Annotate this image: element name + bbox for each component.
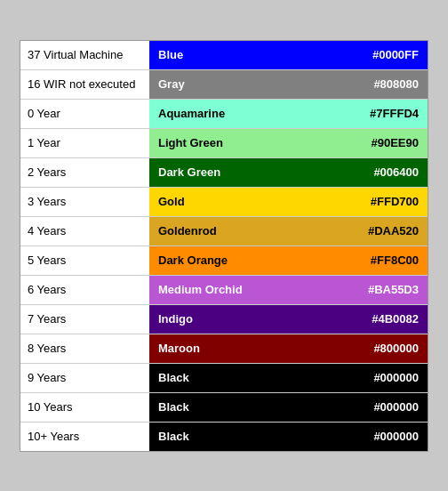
table-row: 5 YearsDark Orange#FF8C00	[20, 246, 428, 276]
color-name: Light Green	[158, 136, 363, 149]
color-cell: Black#000000	[149, 364, 428, 392]
table-row: 10+ YearsBlack#000000	[20, 423, 428, 451]
row-label: 2 Years	[20, 158, 149, 187]
color-name: Gray	[158, 77, 364, 91]
color-hex: #4B0082	[372, 312, 419, 326]
row-label: 10+ Years	[20, 423, 149, 451]
color-name: Maroon	[158, 342, 364, 355]
legend-table: 37 Virtual MachineBlue#0000FF16 WIR not …	[20, 40, 428, 452]
color-hex: #000000	[373, 371, 419, 384]
color-name: Black	[158, 430, 364, 443]
table-row: 0 YearAquamarine#7FFFD4	[20, 100, 428, 129]
color-cell: Light Green#90EE90	[149, 129, 428, 157]
color-hex: #FFD700	[371, 195, 419, 208]
row-label: 1 Year	[20, 129, 149, 157]
color-name: Dark Orange	[158, 254, 362, 267]
color-cell: Goldenrod#DAA520	[149, 217, 428, 246]
color-name: Blue	[158, 48, 364, 61]
table-row: 37 Virtual MachineBlue#0000FF	[20, 41, 428, 70]
color-cell: Black#000000	[149, 393, 428, 422]
color-name: Black	[158, 400, 364, 414]
color-cell: Medium Orchid#BA55D3	[149, 276, 428, 304]
table-row: 1 YearLight Green#90EE90	[20, 129, 428, 158]
color-cell: Dark Orange#FF8C00	[149, 246, 428, 275]
row-label: 10 Years	[20, 393, 149, 422]
row-label: 37 Virtual Machine	[20, 41, 149, 69]
row-label: 3 Years	[20, 188, 149, 216]
color-hex: #0000FF	[372, 48, 419, 61]
row-label: 16 WIR not executed	[20, 70, 149, 99]
color-name: Medium Orchid	[158, 283, 359, 296]
table-row: 2 YearsDark Green#006400	[20, 158, 428, 188]
table-row: 7 YearsIndigo#4B0082	[20, 305, 428, 334]
color-hex: #000000	[373, 430, 419, 443]
color-name: Aquamarine	[158, 107, 361, 120]
color-cell: Aquamarine#7FFFD4	[149, 100, 428, 128]
color-cell: Maroon#800000	[149, 334, 428, 363]
row-label: 7 Years	[20, 305, 149, 334]
color-cell: Gold#FFD700	[149, 188, 428, 216]
color-name: Black	[158, 371, 364, 384]
row-label: 9 Years	[20, 364, 149, 392]
color-hex: #FF8C00	[371, 254, 419, 267]
row-label: 8 Years	[20, 334, 149, 363]
color-hex: #7FFFD4	[370, 107, 419, 120]
color-cell: Blue#0000FF	[149, 41, 428, 69]
table-row: 8 YearsMaroon#800000	[20, 334, 428, 364]
color-hex: #006400	[373, 165, 419, 179]
color-name: Goldenrod	[158, 224, 359, 237]
color-name: Indigo	[158, 312, 363, 326]
row-label: 4 Years	[20, 217, 149, 246]
color-hex: #000000	[373, 400, 419, 414]
color-cell: Black#000000	[149, 423, 428, 451]
color-name: Gold	[158, 195, 362, 208]
color-cell: Indigo#4B0082	[149, 305, 428, 334]
color-hex: #800000	[373, 342, 419, 355]
table-row: 3 YearsGold#FFD700	[20, 188, 428, 217]
row-label: 5 Years	[20, 246, 149, 275]
color-cell: Dark Green#006400	[149, 158, 428, 187]
color-hex: #90EE90	[372, 136, 420, 149]
row-label: 6 Years	[20, 276, 149, 304]
color-name: Dark Green	[158, 165, 364, 179]
table-row: 10 YearsBlack#000000	[20, 393, 428, 423]
table-row: 9 YearsBlack#000000	[20, 364, 428, 393]
table-row: 6 YearsMedium Orchid#BA55D3	[20, 276, 428, 305]
table-row: 16 WIR not executedGray#808080	[20, 70, 428, 100]
color-hex: #DAA520	[368, 224, 419, 237]
row-label: 0 Year	[20, 100, 149, 128]
color-hex: #808080	[373, 77, 419, 91]
color-hex: #BA55D3	[368, 283, 419, 296]
color-cell: Gray#808080	[149, 70, 428, 99]
table-row: 4 YearsGoldenrod#DAA520	[20, 217, 428, 246]
